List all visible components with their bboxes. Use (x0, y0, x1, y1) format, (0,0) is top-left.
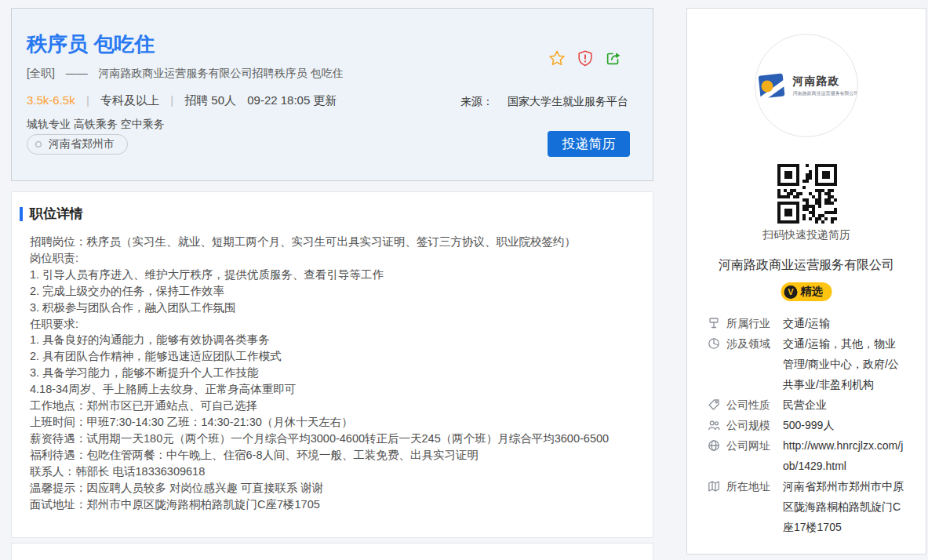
company-logo-text: 河南路政 河南路政商业运营服务有限公司 (793, 75, 859, 97)
company-logo-mark-icon (755, 68, 789, 103)
job-header-card: 秩序员 包吃住 [全职] —— 河南路政商业运营服务有限公司招聘秩序员 包吃住 … (11, 8, 653, 181)
section-title: 职位详情 (30, 205, 83, 223)
detail-line: 任职要求: (30, 316, 643, 333)
source-line: 来源： 国家大学生就业服务平台 (460, 95, 628, 109)
people-icon (708, 419, 720, 431)
pie-chart-icon (708, 337, 720, 350)
verified-v-icon: V (784, 285, 798, 299)
company-info-list: 所属行业 交通/运输 涉及领域 交通/运输，其他，物业管理/商业中心，政府/公共… (708, 313, 916, 537)
info-value: 交通/运输，其他，物业管理/商业中心，政府/公共事业/非盈利机构 (783, 333, 905, 395)
next-section-panel (11, 543, 653, 560)
info-label: 涉及领域 (726, 333, 773, 354)
logo-subtext: 河南路政商业运营服务有限公司 (793, 90, 859, 97)
job-subtitle-line: [全职] —— 河南路政商业运营服务有限公司招聘秩序员 包吃住 (27, 67, 351, 81)
detail-line: 4.18-34周岁、手上胳膊上去纹身、正常身高体重即可 (30, 381, 643, 398)
report-shield-icon[interactable] (577, 49, 594, 67)
scan-hint: 扫码快速投递简历 (687, 228, 926, 242)
share-icon[interactable] (605, 49, 622, 67)
featured-badge: V 精选 (781, 282, 832, 301)
qr-code (777, 164, 837, 224)
dash-separator: —— (66, 67, 88, 79)
detail-line: 2. 完成上级交办的任务，保持工作效率 (30, 283, 643, 300)
separator: | (86, 93, 89, 107)
source-label: 来源： (460, 95, 493, 107)
separator: | (170, 93, 173, 107)
detail-line: 福利待遇：包吃住管两餐：中午晚上、住宿6-8人间、环境一般、工装免费、出具实习证… (30, 447, 643, 464)
info-value: 500-999人 (783, 415, 905, 435)
featured-badge-label: 精选 (801, 285, 823, 299)
map-icon (708, 480, 720, 493)
info-label: 公司网址 (726, 435, 773, 456)
detail-line: 岗位职责: (30, 250, 643, 267)
job-subtitle: 河南路政商业运营服务有限公司招聘秩序员 包吃住 (99, 67, 344, 79)
info-row-industry: 所属行业 交通/运输 (708, 313, 916, 333)
info-row-nature: 公司性质 民营企业 (708, 395, 916, 415)
globe-icon (708, 439, 720, 452)
info-row-address: 所在地址 河南省郑州市郑州市中原区陇海路桐柏路凯旋门C座17楼1705 (708, 476, 916, 537)
headcount: 招聘 50人 (184, 93, 236, 107)
detail-line: 上班时间：甲班7:30-14:30 乙班：14:30-21:30（月休十天左右） (30, 414, 643, 431)
info-value: 民营企业 (783, 395, 905, 415)
favorite-star-icon[interactable] (548, 49, 566, 67)
job-detail-page: 秩序员 包吃住 [全职] —— 河南路政商业运营服务有限公司招聘秩序员 包吃住 … (0, 0, 928, 560)
updated-time: 09-22 18:05 更新 (247, 93, 337, 107)
detail-line: 2. 具有团队合作精神，能够迅速适应团队工作模式 (30, 348, 643, 365)
info-value: 交通/运输 (783, 313, 905, 333)
company-name: 河南路政商业运营服务有限公司 (687, 257, 926, 274)
info-label: 公司性质 (726, 395, 773, 415)
detail-line: 3. 具备学习能力，能够不断提升个人工作技能 (30, 365, 643, 381)
location-ring-icon (35, 141, 42, 147)
section-header: 职位详情 (20, 205, 83, 223)
job-meta-line: 3.5k-6.5k | 专科及以上 | 招聘 50人 09-22 18:05 更… (27, 93, 337, 108)
job-tags: 城轨专业 高铁乘务 空中乘务 (27, 118, 165, 132)
logo-name: 河南路政 (793, 75, 859, 89)
info-label: 公司规模 (726, 415, 773, 435)
company-website-link[interactable]: http://www.hnrcjlzx.com/job/1429.html (783, 435, 905, 476)
detail-line: 联系人：韩部长 电话18336309618 (30, 464, 643, 480)
info-row-scale: 公司规模 500-999人 (708, 415, 916, 435)
detail-line: 薪资待遇：试用期一天180元（两个班）一个月综合平均3000-4600转正后一天… (30, 431, 643, 447)
info-row-website: 公司网址 http://www.hnrcjlzx.com/job/1429.ht… (708, 435, 916, 476)
detail-line: 温馨提示：因应聘人员较多 对岗位感兴趣 可直接联系 谢谢 (30, 480, 643, 496)
signpost-icon (708, 317, 720, 329)
source-value: 国家大学生就业服务平台 (508, 95, 628, 107)
detail-line: 面试地址：郑州市中原区陇海路桐柏路凯旋门C座7楼1705 (30, 496, 643, 513)
info-label: 所在地址 (726, 476, 773, 496)
info-row-field: 涉及领域 交通/运输，其他，物业管理/商业中心，政府/公共事业/非盈利机构 (708, 333, 916, 395)
detail-line: 招聘岗位：秩序员（实习生、就业、短期工两个月、实习生可出具实习证明、签订三方协议… (30, 234, 643, 250)
apply-resume-button[interactable]: 投递简历 (548, 131, 630, 157)
location-tag: 河南省郑州市 (27, 134, 128, 155)
info-label: 所属行业 (726, 313, 773, 333)
company-logo: 河南路政 河南路政商业运营服务有限公司 (755, 34, 858, 137)
detail-line: 工作地点：郑州市区已开通站点、可自己选择 (30, 398, 643, 414)
job-title: 秩序员 包吃住 (27, 31, 155, 58)
info-value: 河南省郑州市郑州市中原区陇海路桐柏路凯旋门C座17楼1705 (783, 476, 905, 537)
company-sidebar: 河南路政 河南路政商业运营服务有限公司 扫码快速投递简历 河南路政商业运营服务有… (686, 8, 926, 555)
section-bar-decoration (20, 207, 23, 221)
location-label: 河南省郑州市 (49, 137, 115, 151)
education-requirement: 专科及以上 (100, 93, 159, 107)
job-description: 招聘岗位：秩序员（实习生、就业、短期工两个月、实习生可出具实习证明、签订三方协议… (30, 234, 643, 512)
detail-line: 1. 引导人员有序进入、维护大厅秩序，提供优质服务、查看引导等工作 (30, 267, 643, 283)
salary-range: 3.5k-6.5k (27, 93, 75, 107)
detail-line: 3. 积极参与团队合作，融入团队工作氛围 (30, 300, 643, 316)
tag-icon (708, 398, 720, 411)
detail-line: 1. 具备良好的沟通能力，能够有效协调各类事务 (30, 332, 643, 348)
header-actions (548, 49, 622, 67)
employment-type: [全职] (27, 67, 55, 79)
job-detail-panel: 职位详情 招聘岗位：秩序员（实习生、就业、短期工两个月、实习生可出具实习证明、签… (11, 191, 653, 538)
